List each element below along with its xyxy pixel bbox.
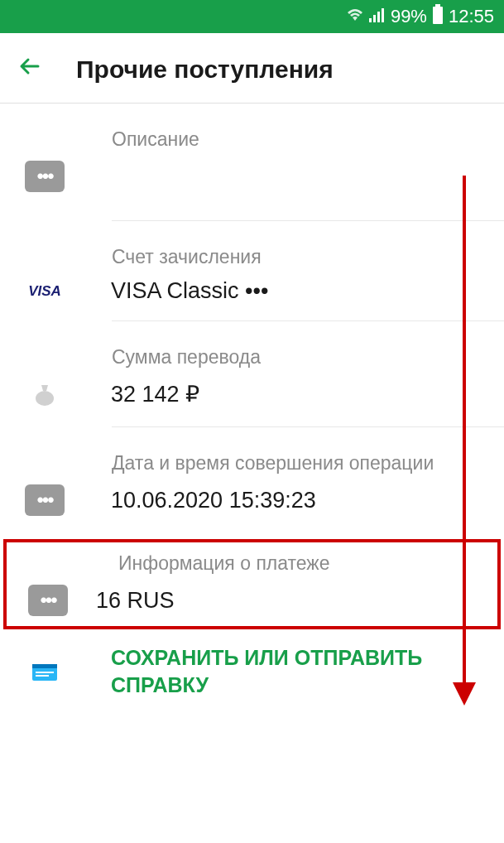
payment-info-value: 16 RUS [96,588,175,614]
payment-info-icon: ••• [28,585,68,616]
money-bag-icon [25,378,65,410]
status-icons: 99% 12:55 [346,4,494,29]
payment-info-label: Информация о платеже [7,542,497,585]
amount-value: 32 142 ₽ [111,381,199,407]
clock-time: 12:55 [449,6,494,27]
datetime-value: 10.06.2020 15:39:23 [111,488,316,513]
battery-percent: 99% [391,6,427,27]
amount-row: 32 142 ₽ [0,378,504,426]
svg-rect-0 [369,18,372,22]
wifi-icon [346,6,364,27]
save-receipt-button[interactable]: СОХРАНИТЬ ИЛИ ОТПРАВИТЬ СПРАВКУ [0,633,504,701]
datetime-row: ••• 10.06.2020 15:39:23 [0,484,504,532]
datetime-icon: ••• [25,484,65,516]
content: Описание ••• Счет зачисления VISA VISA C… [0,104,504,701]
back-arrow-icon[interactable] [17,53,43,86]
svg-rect-1 [373,15,376,22]
highlight-annotation: Информация о платеже ••• 16 RUS [3,539,501,629]
svg-rect-5 [433,7,443,24]
svg-rect-9 [36,672,54,673]
svg-rect-4 [435,4,440,7]
battery-icon [432,4,444,29]
description-label: Описание [0,104,504,161]
svg-rect-10 [36,675,49,677]
description-icon: ••• [25,161,65,192]
svg-rect-3 [382,8,384,22]
account-value: VISA Classic ••• [111,278,268,304]
status-bar: 99% 12:55 [0,0,504,33]
dots-icon: ••• [40,590,55,610]
signal-icon [369,6,386,27]
receipt-icon [25,659,65,684]
visa-icon: VISA [25,283,65,300]
svg-rect-8 [32,664,57,668]
svg-point-6 [36,391,54,406]
dots-icon: ••• [36,166,52,186]
payment-info-row: ••• 16 RUS [7,585,497,626]
dots-icon: ••• [36,490,52,510]
page-title: Прочие поступления [76,55,334,84]
description-row: ••• [0,161,504,220]
amount-label: Сумма перевода [0,321,504,378]
account-label: Счет зачисления [0,221,504,278]
header: Прочие поступления [0,33,504,104]
save-receipt-label: СОХРАНИТЬ ИЛИ ОТПРАВИТЬ СПРАВКУ [111,644,504,698]
account-row: VISA VISA Classic ••• [0,278,504,320]
svg-rect-2 [377,12,380,22]
datetime-label: Дата и время совершения операции [0,427,504,484]
